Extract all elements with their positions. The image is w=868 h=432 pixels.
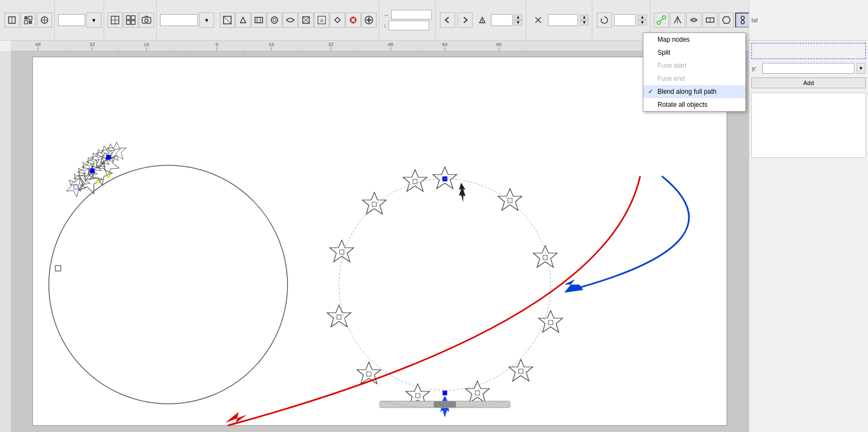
view-icon-2[interactable] [123,12,138,28]
zoom-group: 5% ▼ [56,0,104,40]
context-menu: Map nodes Split Fuse start Fuse end ✓ Bl… [643,33,746,112]
blend-icon-4[interactable] [703,12,718,28]
offset-input[interactable]: 10.0 " [548,14,578,26]
svg-rect-100 [106,155,111,159]
svg-rect-15 [131,21,135,24]
steps-arrow-icon [475,12,490,28]
svg-point-23 [271,17,278,23]
view-icons-group [105,0,157,40]
icon-btn-d[interactable] [267,12,282,28]
y-input[interactable]: 0.0 " [762,63,854,74]
steps-input[interactable]: 11 [491,14,513,26]
height-input[interactable]: 82.351 " [388,21,429,30]
view-icon-1[interactable] [107,12,123,28]
main-canvas [11,51,749,432]
snap-group: Snap To ▼ [158,12,216,28]
blend-icon-5[interactable] [719,12,734,28]
svg-rect-103 [55,266,61,271]
fuse-end-label: Fuse end [658,75,685,82]
svg-rect-99 [90,169,94,173]
view-icon-camera[interactable] [139,12,154,28]
rotation-icon[interactable] [597,12,612,28]
menu-item-blend-full-path[interactable]: ✓ Blend along full path [643,85,745,98]
blend-dropdown-btn[interactable] [735,12,750,28]
steps-up-btn[interactable]: ▲ [514,15,522,20]
blend-icon-3[interactable] [686,12,701,28]
add-btn-container: Add [749,75,868,91]
svg-text:16: 16 [269,42,274,47]
svg-rect-117 [416,394,420,398]
svg-text:80: 80 [496,42,502,47]
move-right-btn[interactable] [457,12,473,28]
svg-rect-12 [126,16,130,20]
menu-item-fuse-start[interactable]: Fuse start [643,59,745,72]
offset-icon [531,12,546,28]
extra-icons-group: A [218,0,379,40]
svg-point-36 [662,16,666,19]
svg-point-101 [96,180,99,183]
svg-text:32: 32 [328,42,334,47]
toolbar-icon-2[interactable] [21,12,36,28]
blend-icon-2[interactable] [670,12,685,28]
steps-down-btn[interactable]: ▼ [514,20,522,25]
y-dropdown-btn[interactable]: ▼ [857,63,865,74]
offset-up-btn[interactable]: ▲ [580,15,589,20]
zoom-dropdown-btn[interactable]: ▼ [86,12,101,28]
icon-btn-f[interactable] [298,12,314,28]
svg-point-35 [657,21,660,24]
icon-btn-e[interactable] [283,12,298,28]
vertical-ruler [0,51,11,432]
svg-rect-5 [29,21,32,24]
svg-line-19 [224,16,231,24]
icon-btn-g[interactable]: A [314,12,329,28]
icon-btn-add[interactable] [361,12,376,28]
icon-btn-i[interactable] [346,12,361,28]
svg-rect-2 [24,16,28,20]
zoom-input[interactable]: 5% [58,14,85,26]
width-input[interactable]: 84.273 " [391,10,432,20]
toolbar-icon-3[interactable] [37,12,52,28]
icon-btn-a[interactable] [220,12,235,28]
menu-item-rotate-all[interactable]: Rotate all objects [643,98,745,111]
svg-rect-119 [367,372,371,376]
icon-btn-b[interactable] [235,12,251,28]
svg-rect-82 [0,51,11,432]
svg-point-102 [107,175,110,178]
right-panel-y-row: y: 0.0 " ▼ [749,61,868,75]
svg-text:32: 32 [90,42,95,47]
icon-btn-c[interactable] [251,12,266,28]
move-left-btn[interactable] [440,12,455,28]
snap-input[interactable]: Snap To [160,14,198,26]
svg-rect-4 [24,21,28,24]
blend-full-path-label: Blend along full path [658,88,717,95]
blend-icon-1[interactable] [654,12,669,28]
svg-rect-115 [475,391,480,395]
svg-rect-107 [508,198,512,203]
svg-text:0: 0 [215,42,218,47]
menu-item-map-nodes[interactable]: Map nodes [643,33,745,46]
offset-down-btn[interactable]: ▼ [580,20,589,25]
rotation-up-btn[interactable]: ▲ [638,15,647,20]
icon-btn-h[interactable] [330,12,345,28]
svg-rect-20 [255,17,263,23]
svg-rect-113 [519,369,523,373]
svg-point-42 [741,16,744,20]
right-panel-list-area [751,93,866,158]
canvas-area[interactable] [11,51,749,432]
rotation-input[interactable]: 0.0 [614,14,636,26]
svg-rect-14 [126,21,130,24]
right-panel: tal y: 0.0 " ▼ Add [749,0,868,432]
svg-rect-134 [434,402,456,407]
snap-dropdown-btn[interactable]: ▼ [199,12,214,28]
svg-rect-3 [29,16,32,20]
svg-rect-111 [548,320,553,325]
rotation-down-btn[interactable]: ▼ [638,20,647,25]
menu-item-fuse-end[interactable]: Fuse end [643,72,745,85]
svg-text:48: 48 [35,42,41,47]
toolbar-icon-1[interactable] [4,12,20,28]
fuse-start-label: Fuse start [658,62,686,69]
menu-item-split[interactable]: Split [643,46,745,59]
add-button[interactable]: Add [751,78,866,88]
toolbar-left-group [2,0,55,40]
svg-text:16: 16 [144,42,149,47]
